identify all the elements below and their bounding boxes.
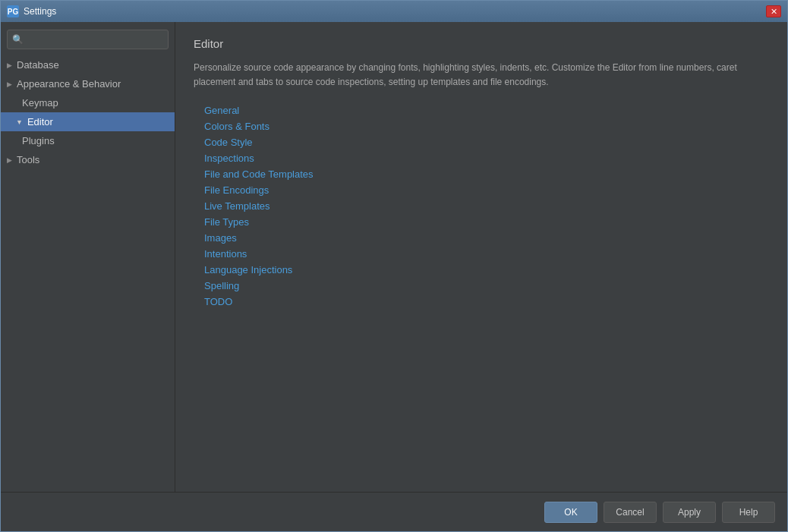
sidebar-item-label: Plugins bbox=[22, 135, 55, 146]
link-colors-fonts[interactable]: Colors & Fonts bbox=[204, 121, 769, 132]
settings-window: PG Settings ✕ 🔍 ▶ Database ▶ Appearance … bbox=[0, 0, 788, 532]
cancel-button[interactable]: Cancel bbox=[604, 502, 657, 523]
sidebar-item-plugins[interactable]: Plugins bbox=[1, 131, 175, 150]
main-panel: Editor Personalize source code appearanc… bbox=[175, 22, 787, 492]
sidebar-item-appearance[interactable]: ▶ Appearance & Behavior bbox=[1, 74, 175, 93]
link-general[interactable]: General bbox=[204, 105, 769, 116]
link-images[interactable]: Images bbox=[204, 232, 769, 244]
sidebar-item-label: Tools bbox=[17, 154, 39, 165]
arrow-icon: ▶ bbox=[7, 156, 12, 164]
link-intentions[interactable]: Intentions bbox=[204, 248, 769, 260]
link-file-types[interactable]: File Types bbox=[204, 216, 769, 228]
link-file-code-templates[interactable]: File and Code Templates bbox=[204, 168, 769, 180]
search-box[interactable]: 🔍 bbox=[7, 30, 169, 49]
title-buttons: ✕ bbox=[766, 5, 781, 17]
apply-button[interactable]: Apply bbox=[663, 502, 716, 523]
content-area: 🔍 ▶ Database ▶ Appearance & Behavior Key… bbox=[1, 22, 787, 492]
search-icon: 🔍 bbox=[12, 34, 24, 45]
link-language-injections[interactable]: Language Injections bbox=[204, 264, 769, 275]
app-icon: PG bbox=[7, 5, 19, 17]
sidebar-item-label: Appearance & Behavior bbox=[17, 78, 121, 90]
bottom-bar: OK Cancel Apply Help bbox=[1, 492, 787, 531]
sidebar-item-label: Editor bbox=[27, 116, 53, 127]
panel-description: Personalize source code appearance by ch… bbox=[194, 61, 755, 90]
link-live-templates[interactable]: Live Templates bbox=[204, 200, 769, 212]
window-title: Settings bbox=[24, 6, 56, 17]
sidebar-item-label: Keymap bbox=[22, 97, 58, 109]
arrow-icon: ▼ bbox=[16, 118, 23, 126]
link-file-encodings[interactable]: File Encodings bbox=[204, 184, 769, 196]
title-bar-left: PG Settings bbox=[7, 5, 56, 17]
link-spelling[interactable]: Spelling bbox=[204, 280, 769, 291]
sidebar-item-tools[interactable]: ▶ Tools bbox=[1, 150, 175, 169]
close-button[interactable]: ✕ bbox=[766, 5, 781, 17]
sidebar-item-database[interactable]: ▶ Database bbox=[1, 55, 175, 74]
link-todo[interactable]: TODO bbox=[204, 296, 769, 307]
sidebar-item-editor[interactable]: ▼ Editor bbox=[1, 112, 175, 131]
arrow-icon: ▶ bbox=[7, 61, 12, 69]
sidebar-item-label: Database bbox=[17, 59, 59, 71]
sidebar: 🔍 ▶ Database ▶ Appearance & Behavior Key… bbox=[1, 22, 175, 492]
help-button[interactable]: Help bbox=[722, 502, 775, 523]
link-inspections[interactable]: Inspections bbox=[204, 153, 769, 164]
editor-links-list: General Colors & Fonts Code Style Inspec… bbox=[194, 105, 769, 307]
arrow-icon: ▶ bbox=[7, 80, 12, 88]
title-bar: PG Settings ✕ bbox=[1, 1, 787, 22]
link-code-style[interactable]: Code Style bbox=[204, 137, 769, 148]
panel-title: Editor bbox=[194, 37, 769, 50]
search-input[interactable] bbox=[27, 34, 163, 45]
ok-button[interactable]: OK bbox=[544, 502, 597, 523]
sidebar-item-keymap[interactable]: Keymap bbox=[1, 93, 175, 112]
